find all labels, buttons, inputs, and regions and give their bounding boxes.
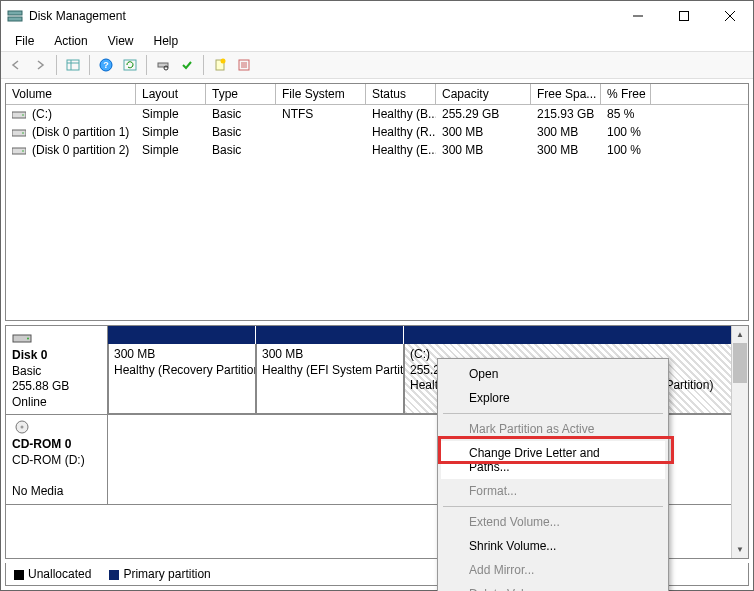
svg-rect-1 xyxy=(8,17,22,21)
svg-rect-24 xyxy=(12,148,26,154)
disk-info[interactable]: CD-ROM 0 CD-ROM (D:) No Media xyxy=(6,415,108,504)
disk-info[interactable]: Disk 0 Basic 255.88 GB Online xyxy=(6,326,108,414)
col-volume[interactable]: Volume xyxy=(6,84,136,105)
col-status[interactable]: Status xyxy=(366,84,436,105)
menu-explore[interactable]: Explore xyxy=(441,386,665,410)
partition[interactable]: 300 MB Healthy (EFI System Partition) xyxy=(256,344,404,414)
scroll-down-icon[interactable]: ▼ xyxy=(732,541,748,558)
menu-help[interactable]: Help xyxy=(146,32,187,50)
col-spacer xyxy=(651,84,748,105)
col-type[interactable]: Type xyxy=(206,84,276,105)
volume-row[interactable]: (Disk 0 partition 2) Simple Basic Health… xyxy=(6,141,748,159)
scrollbar-vertical[interactable]: ▲ ▼ xyxy=(731,326,748,558)
svg-rect-0 xyxy=(8,11,22,15)
menu-view[interactable]: View xyxy=(100,32,142,50)
menu-mark-active: Mark Partition as Active xyxy=(441,417,665,441)
menu-format: Format... xyxy=(441,479,665,503)
col-filesystem[interactable]: File System xyxy=(276,84,366,105)
svg-rect-20 xyxy=(12,112,26,118)
menu-open[interactable]: Open xyxy=(441,362,665,386)
help-icon[interactable]: ? xyxy=(95,54,117,76)
drive-icon xyxy=(12,127,26,138)
app-icon xyxy=(7,8,23,24)
svg-text:?: ? xyxy=(103,60,109,70)
svg-rect-3 xyxy=(680,12,689,21)
minimize-button[interactable] xyxy=(615,1,661,31)
new-icon[interactable] xyxy=(209,54,231,76)
menubar: File Action View Help xyxy=(1,31,753,51)
maximize-button[interactable] xyxy=(661,1,707,31)
col-pctfree[interactable]: % Free xyxy=(601,84,651,105)
disk-icon xyxy=(12,330,32,346)
svg-point-15 xyxy=(221,59,226,64)
view-icon[interactable] xyxy=(62,54,84,76)
forward-button[interactable] xyxy=(29,54,51,76)
swatch-primary xyxy=(109,570,119,580)
svg-point-25 xyxy=(22,150,24,152)
refresh-icon[interactable] xyxy=(119,54,141,76)
menu-file[interactable]: File xyxy=(7,32,42,50)
volume-list: Volume Layout Type File System Status Ca… xyxy=(5,83,749,321)
cdrom-icon xyxy=(12,419,32,435)
context-menu: Open Explore Mark Partition as Active Ch… xyxy=(437,358,669,591)
menu-change-drive-letter[interactable]: Change Drive Letter and Paths... xyxy=(441,441,665,479)
col-free[interactable]: Free Spa... xyxy=(531,84,601,105)
svg-rect-22 xyxy=(12,130,26,136)
svg-point-27 xyxy=(27,338,29,340)
col-layout[interactable]: Layout xyxy=(136,84,206,105)
properties-icon[interactable] xyxy=(233,54,255,76)
svg-point-29 xyxy=(21,426,24,429)
menu-add-mirror: Add Mirror... xyxy=(441,558,665,582)
drive-icon xyxy=(12,109,26,120)
svg-point-21 xyxy=(22,114,24,116)
menu-action[interactable]: Action xyxy=(46,32,95,50)
volume-row[interactable]: (C:) Simple Basic NTFS Healthy (B... 255… xyxy=(6,105,748,123)
col-capacity[interactable]: Capacity xyxy=(436,84,531,105)
drive-icon xyxy=(12,145,26,156)
scroll-up-icon[interactable]: ▲ xyxy=(732,326,748,343)
window-title: Disk Management xyxy=(29,9,615,23)
menu-delete: Delete Volume... xyxy=(441,582,665,591)
check-icon[interactable] xyxy=(176,54,198,76)
volume-row[interactable]: (Disk 0 partition 1) Simple Basic Health… xyxy=(6,123,748,141)
back-button[interactable] xyxy=(5,54,27,76)
rescan-icon[interactable] xyxy=(152,54,174,76)
swatch-unallocated xyxy=(14,570,24,580)
svg-point-23 xyxy=(22,132,24,134)
menu-shrink[interactable]: Shrink Volume... xyxy=(441,534,665,558)
toolbar: ? xyxy=(1,51,753,79)
svg-rect-6 xyxy=(67,60,79,70)
volume-rows: (C:) Simple Basic NTFS Healthy (B... 255… xyxy=(6,105,748,320)
disk-management-window: Disk Management File Action View Help ? … xyxy=(0,0,754,591)
close-button[interactable] xyxy=(707,1,753,31)
column-headers: Volume Layout Type File System Status Ca… xyxy=(6,84,748,105)
partition[interactable]: 300 MB Healthy (Recovery Partition) xyxy=(108,344,256,414)
menu-extend: Extend Volume... xyxy=(441,510,665,534)
titlebar: Disk Management xyxy=(1,1,753,31)
scroll-thumb[interactable] xyxy=(733,343,747,383)
